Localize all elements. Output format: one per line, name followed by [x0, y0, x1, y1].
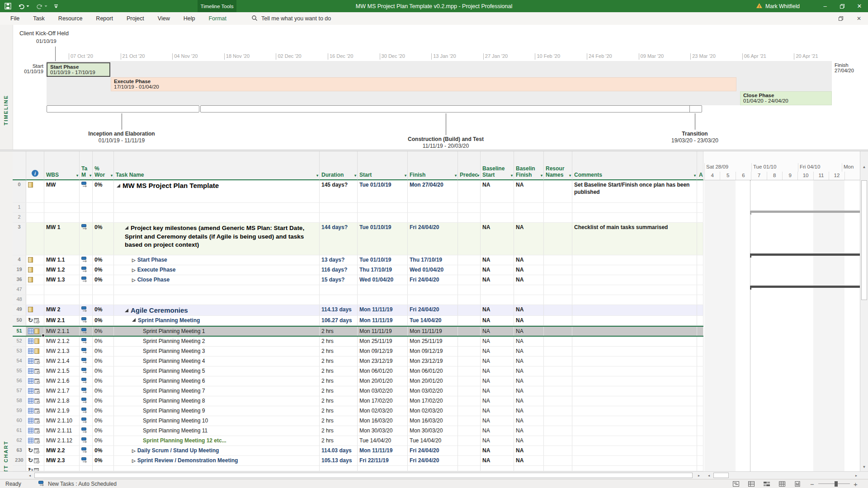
cell-a[interactable] [697, 426, 703, 436]
cell-num[interactable]: 36 [13, 275, 26, 285]
cell-bfinish[interactable]: NA [514, 180, 544, 202]
cell-pct[interactable] [93, 203, 114, 212]
cell-start[interactable] [358, 295, 408, 305]
cell-num[interactable]: 54 [13, 357, 26, 366]
cell-comments[interactable] [572, 275, 697, 285]
cell-wbs[interactable]: MW 2 [44, 305, 80, 315]
table-row[interactable]: 48 [13, 295, 703, 305]
cell-res[interactable] [544, 446, 572, 455]
team-planner-view-icon[interactable] [762, 481, 771, 487]
cell-a[interactable] [697, 366, 703, 376]
column-header-res[interactable]: ResourNames▾ [544, 151, 572, 180]
cell-res[interactable] [544, 265, 572, 275]
cell-bstart[interactable]: NA [481, 255, 514, 265]
redo-icon[interactable] [36, 3, 47, 9]
cell-start[interactable] [358, 285, 408, 295]
timeline-pane-strip[interactable]: TIMELINE [0, 25, 13, 150]
cell-comments[interactable]: Checklist of main tasks summarised [572, 223, 697, 255]
filter-arrow-icon[interactable]: ▾ [354, 174, 356, 178]
cell-res[interactable] [544, 456, 572, 465]
cell-comments[interactable] [572, 406, 697, 416]
expand-icon[interactable]: ▷ [132, 448, 136, 453]
cell-name[interactable]: ▷Sprint Review / Demonstration Meeting [114, 456, 320, 465]
zoom-in-icon[interactable]: + [854, 479, 858, 488]
cell-a[interactable] [697, 337, 703, 346]
cell-info[interactable] [26, 396, 44, 406]
cell-dur[interactable] [320, 285, 358, 295]
cell-bfinish[interactable] [514, 203, 544, 212]
cell-num[interactable]: 63 [13, 446, 26, 455]
cell-bstart[interactable]: NA [481, 416, 514, 426]
cell-bfinish[interactable]: NA [514, 376, 544, 386]
cell-finish[interactable] [408, 203, 458, 212]
cell-a[interactable] [697, 386, 703, 396]
cell-finish[interactable]: Tue 14/04/20 [408, 436, 458, 446]
cell-mode[interactable] [80, 295, 93, 305]
cell-pred[interactable] [458, 347, 481, 356]
cell-num[interactable]: 48 [13, 295, 26, 305]
cell-res[interactable] [544, 357, 572, 366]
cell-dur[interactable]: 144 days? [320, 223, 358, 255]
search-input[interactable]: Tell me what you want to do [251, 12, 331, 25]
column-header-finish[interactable]: Finish▾ [408, 151, 458, 180]
ribbon-tab-view[interactable]: View [151, 12, 177, 25]
cell-bfinish[interactable]: NA [514, 305, 544, 315]
cell-bfinish[interactable]: NA [514, 426, 544, 436]
cell-bfinish[interactable]: NA [514, 446, 544, 455]
cell-comments[interactable] [572, 366, 697, 376]
cell-res[interactable] [544, 255, 572, 265]
cell-start[interactable]: Mon 11/11/19 [358, 316, 408, 325]
table-row[interactable]: 3MW 10%Project key milestones (amend Gen… [13, 223, 703, 255]
cell-info[interactable] [26, 347, 44, 356]
cell-res[interactable] [544, 213, 572, 222]
cell-wbs[interactable] [44, 295, 80, 305]
cell-bstart[interactable]: NA [481, 426, 514, 436]
cell-finish[interactable] [408, 466, 458, 471]
cell-info[interactable] [26, 416, 44, 426]
column-header-pct[interactable]: %Wor▾ [93, 151, 114, 180]
cell-bstart[interactable]: NA [481, 366, 514, 376]
cell-bstart[interactable]: NA [481, 275, 514, 285]
cell-bstart[interactable]: NA [481, 436, 514, 446]
cell-pred[interactable] [458, 255, 481, 265]
cell-start[interactable]: Mon 16/03/20 [358, 416, 408, 426]
table-row[interactable]: 57MW 2.1.70%Sprint Planning Meeting 72 h… [13, 386, 703, 396]
table-row[interactable]: 58MW 2.1.80%Sprint Planning Meeting 82 h… [13, 396, 703, 406]
cell-name[interactable]: Sprint Planning Meeting 11 [114, 426, 320, 436]
cell-bfinish[interactable]: NA [514, 357, 544, 366]
cell-a[interactable] [697, 316, 703, 325]
cell-comments[interactable] [572, 203, 697, 212]
cell-comments[interactable] [572, 376, 697, 386]
cell-finish[interactable]: Mon 27/04/20 [408, 180, 458, 202]
cell-a[interactable] [697, 406, 703, 416]
cell-name[interactable]: Sprint Planning Meeting 8 [114, 396, 320, 406]
cell-start[interactable]: Tue 01/10/19 [358, 223, 408, 255]
cell-bfinish[interactable]: NA [514, 316, 544, 325]
filter-arrow-icon[interactable]: ▾ [569, 174, 571, 178]
cell-dur[interactable]: 13 days? [320, 255, 358, 265]
summary-task-bar[interactable] [751, 211, 860, 213]
cell-a[interactable] [697, 376, 703, 386]
cell-comments[interactable] [572, 265, 697, 275]
cell-pct[interactable] [93, 285, 114, 295]
cell-mode[interactable] [80, 347, 93, 356]
cell-num[interactable]: 1 [13, 203, 26, 212]
cell-bstart[interactable] [481, 295, 514, 305]
cell-bstart[interactable]: NA [481, 337, 514, 346]
cell-comments[interactable]: Set Baseline Start/Finish once plan has … [572, 180, 697, 202]
table-row[interactable]: 56MW 2.1.60%Sprint Planning Meeting 62 h… [13, 376, 703, 386]
table-row[interactable]: 1 [13, 203, 703, 213]
ribbon-tab-format[interactable]: Format [202, 12, 233, 25]
cell-a[interactable] [697, 295, 703, 305]
cell-info[interactable] [26, 275, 44, 285]
cell-bfinish[interactable]: NA [514, 275, 544, 285]
cell-start[interactable] [358, 203, 408, 212]
cell-bfinish[interactable]: NA [514, 416, 544, 426]
cell-bstart[interactable]: NA [481, 446, 514, 455]
account-area[interactable]: ! Mark Whitfield [756, 0, 800, 12]
cell-a[interactable] [697, 223, 703, 255]
cell-mode[interactable] [80, 436, 93, 446]
cell-pct[interactable]: 0% [93, 316, 114, 325]
ribbon-tab-file[interactable]: File [4, 12, 26, 25]
cell-pred[interactable] [458, 327, 481, 336]
